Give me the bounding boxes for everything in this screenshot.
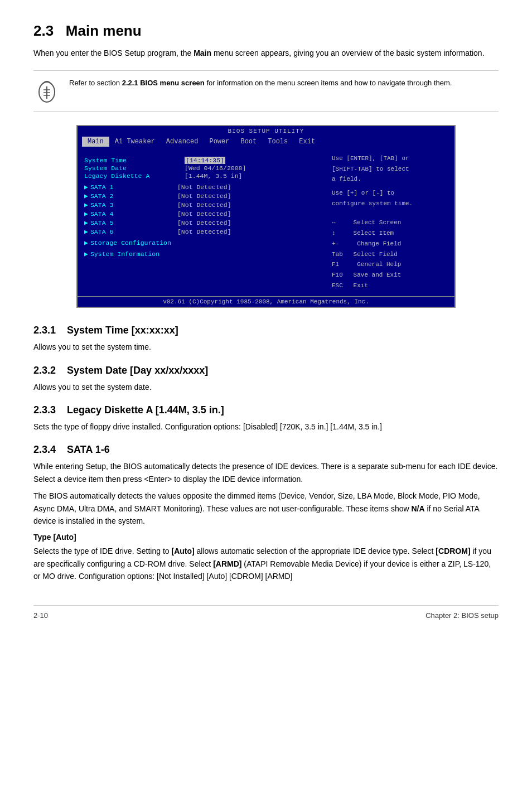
subsection-232-text: Allows you to set the system date. (33, 381, 499, 393)
bios-storage-config-row[interactable]: ▶ Storage Configuration (84, 239, 320, 247)
bios-sata5-row[interactable]: ▶ SATA 5 [Not Detected] (84, 219, 320, 226)
bios-sata3-row[interactable]: ▶ SATA 3 [Not Detected] (84, 201, 320, 209)
subsection-233: 2.3.3 Legacy Diskette A [1.44M, 3.5 in.]… (33, 404, 499, 433)
bios-sata4-row[interactable]: ▶ SATA 4 [Not Detected] (84, 210, 320, 218)
intro-paragraph: When you enter the BIOS Setup program, t… (33, 47, 499, 59)
type-text: Selects the type of IDE drive. Setting t… (33, 545, 499, 582)
bios-system-time-row: System Time [14:14:35] (84, 157, 320, 164)
subsection-232: 2.3.2 System Date [Day xx/xx/xxxx] Allow… (33, 365, 499, 393)
bios-legacy-label: Legacy Diskette A (84, 172, 185, 180)
bios-menu-tools[interactable]: Tools (262, 137, 293, 147)
bios-system-date-value[interactable]: [Wed 04/16/2008] (185, 165, 246, 172)
note-text: Refer to section 2.2.1 BIOS menu screen … (69, 78, 452, 89)
bios-screen: BIOS SETUP UTILITY Main Ai Tweaker Advan… (76, 125, 456, 308)
bios-legacy-row: Legacy Diskette A [1.44M, 3.5 in] (84, 172, 320, 180)
subsection-234-title: 2.3.4 SATA 1-6 (33, 444, 499, 456)
bios-menu-aitweaker[interactable]: Ai Tweaker (109, 137, 161, 147)
bios-system-time-value[interactable]: [14:14:35] (185, 157, 225, 164)
bios-menu-advanced[interactable]: Advanced (161, 137, 204, 147)
footer-left: 2-10 (33, 611, 48, 620)
subsection-231: 2.3.1 System Time [xx:xx:xx] Allows you … (33, 325, 499, 353)
subsection-233-title: 2.3.3 Legacy Diskette A [1.44M, 3.5 in.] (33, 404, 499, 416)
bios-menu-boot[interactable]: Boot (235, 137, 262, 147)
subsection-231-title: 2.3.1 System Time [xx:xx:xx] (33, 325, 499, 336)
bios-sata-rows: ▶ SATA 1 [Not Detected] ▶ SATA 2 [Not De… (84, 183, 320, 235)
bios-legacy-value[interactable]: [1.44M, 3.5 in] (185, 172, 243, 180)
bios-sata2-row[interactable]: ▶ SATA 2 [Not Detected] (84, 192, 320, 200)
bios-top-bar: BIOS SETUP UTILITY (78, 126, 454, 136)
section-title: 2.3 Main menu (33, 22, 499, 40)
bios-menu-bar: Main Ai Tweaker Advanced Power Boot Tool… (78, 136, 454, 148)
bios-system-info-row[interactable]: ▶ System Information (84, 250, 320, 258)
subsection-234-text1: While entering Setup, the BIOS automatic… (33, 460, 499, 485)
bios-sata6-row[interactable]: ▶ SATA 6 [Not Detected] (84, 228, 320, 235)
bios-system-date-label: System Date (84, 165, 185, 172)
bios-menu-main[interactable]: Main (82, 137, 109, 147)
bios-body: System Time [14:14:35] System Date [Wed … (78, 148, 454, 296)
note-icon (33, 78, 60, 104)
type-title: Type [Auto] (33, 533, 499, 542)
subsection-233-text: Sets the type of floppy drive installed.… (33, 421, 499, 433)
note-box: Refer to section 2.2.1 BIOS menu screen … (33, 70, 499, 112)
subsection-231-text: Allows you to set the system time. (33, 341, 499, 353)
bios-sata1-row[interactable]: ▶ SATA 1 [Not Detected] (84, 183, 320, 191)
footer-right: Chapter 2: BIOS setup (425, 611, 499, 620)
bios-footer: v02.61 (C)Copyright 1985-2008, American … (78, 296, 454, 307)
subsection-234: 2.3.4 SATA 1-6 While entering Setup, the… (33, 444, 499, 582)
bios-system-time-label: System Time (84, 157, 185, 164)
bios-menu-exit[interactable]: Exit (293, 137, 321, 147)
bios-left-panel: System Time [14:14:35] System Date [Wed … (78, 150, 326, 294)
bios-help-text: Use [ENTER], [TAB] or [SHIFT-TAB] to sel… (332, 153, 449, 291)
bios-right-panel: Use [ENTER], [TAB] or [SHIFT-TAB] to sel… (326, 150, 454, 294)
subsection-232-title: 2.3.2 System Date [Day xx/xx/xxxx] (33, 365, 499, 376)
page-footer: 2-10 Chapter 2: BIOS setup (33, 605, 499, 620)
bios-menu-power[interactable]: Power (204, 137, 235, 147)
subsection-234-text2: The BIOS automatically detects the value… (33, 490, 499, 527)
bios-system-date-row: System Date [Wed 04/16/2008] (84, 165, 320, 172)
